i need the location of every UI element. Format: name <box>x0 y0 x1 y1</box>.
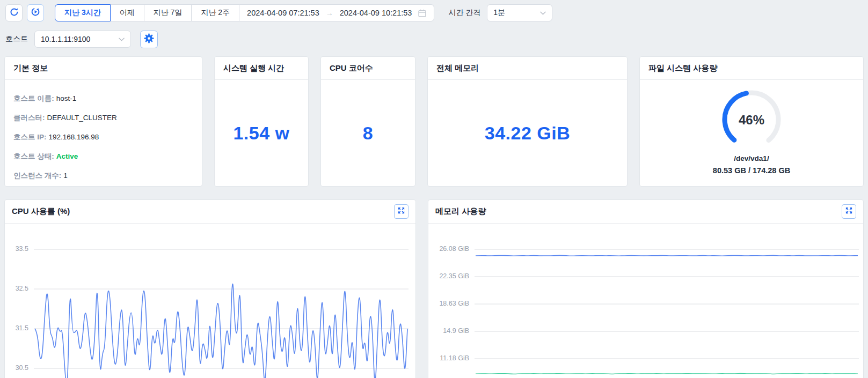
calendar-icon <box>418 9 426 17</box>
y-tick-label: 26.08 GiB <box>439 245 469 253</box>
y-tick-label: 18.63 GiB <box>439 300 469 307</box>
chevron-down-icon <box>540 11 546 15</box>
dashboard-page: 지난 3시간 어제 지난 7일 지난 2주 2024-04-09 07:21:5… <box>0 0 868 378</box>
gear-icon <box>144 33 154 46</box>
y-tick-label: 31.5 <box>16 324 28 332</box>
auto-refresh-play-icon <box>31 7 40 19</box>
info-value: DEFAULT_CLUSTER <box>47 114 117 122</box>
memory-usage-panel: 메모리 사용량 26.08 GiB22.35 GiB18.63 GiB14.9 … <box>428 199 864 378</box>
uptime-value: 1.54 w <box>233 123 289 144</box>
y-tick-label: 33.5 <box>16 245 28 253</box>
cpu-cores-card: CPU 코어수 8 <box>320 56 415 187</box>
interval-select-value: 1분 <box>493 8 505 18</box>
total-memory-title: 전체 메모리 <box>428 57 627 80</box>
info-value: 192.168.196.98 <box>49 133 99 141</box>
y-tick-label: 14.9 GiB <box>443 327 469 335</box>
info-row-host-status: 호스트 상태:Active <box>13 152 193 161</box>
info-label: 클러스터: <box>13 114 45 122</box>
time-range-last-2w[interactable]: 지난 2주 <box>191 4 239 21</box>
chevron-down-icon <box>119 38 125 41</box>
cpu-expand-button[interactable] <box>394 204 409 219</box>
basic-info-title: 기본 정보 <box>5 57 202 80</box>
memory-chart: 26.08 GiB22.35 GiB18.63 GiB14.9 GiB11.18… <box>428 234 863 378</box>
toolbar: 지난 3시간 어제 지난 7일 지난 2주 2024-04-09 07:21:5… <box>5 4 864 21</box>
cpu-chart-svg <box>34 234 409 378</box>
date-range-picker[interactable]: 2024-04-09 07:21:53 → 2024-04-09 10:21:5… <box>239 4 434 21</box>
status-badge: Active <box>56 152 78 160</box>
filesystem-gauge: 46% <box>719 89 784 151</box>
host-toolbar: 호스트 10.1.1.11:9100 <box>5 31 864 48</box>
memory-panel-title: 메모리 사용량 <box>435 206 486 217</box>
info-row-host-name: 호스트 이름:host-1 <box>13 94 193 103</box>
date-range-end[interactable]: 2024-04-09 10:21:53 <box>340 9 412 17</box>
cpu-cores-title: CPU 코어수 <box>321 57 415 80</box>
basic-info-card: 기본 정보 호스트 이름:host-1 클러스터:DEFAULT_CLUSTER… <box>4 56 202 187</box>
filesystem-percent: 46% <box>719 89 784 151</box>
time-range-group: 지난 3시간 어제 지난 7일 지난 2주 2024-04-09 07:21:5… <box>55 4 434 21</box>
refresh-button[interactable] <box>5 4 23 21</box>
refresh-icon <box>10 8 19 19</box>
uptime-title: 시스템 실행 시간 <box>215 57 308 80</box>
filesystem-title: 파일 시스템 사용량 <box>640 57 863 80</box>
charts-row: CPU 사용률 (%) 33.532.531.530.5 <box>4 199 864 378</box>
interval-label: 시간 간격 <box>448 8 480 18</box>
filesystem-card: 파일 시스템 사용량 46% /dev/vda1/ 80.53 GB / 174… <box>639 56 864 187</box>
filesystem-body: 46% /dev/vda1/ 80.53 GB / 174.28 GB <box>640 80 863 186</box>
cpu-y-axis-labels: 33.532.531.530.5 <box>5 234 34 378</box>
info-label: 호스트 IP: <box>13 133 47 141</box>
cpu-usage-panel: CPU 사용률 (%) 33.532.531.530.5 <box>4 199 416 378</box>
info-value: 1 <box>63 172 68 180</box>
filesystem-usage: 80.53 GB / 174.28 GB <box>713 166 790 175</box>
summary-cards-row: 기본 정보 호스트 이름:host-1 클러스터:DEFAULT_CLUSTER… <box>4 56 864 187</box>
host-select-value: 10.1.1.11:9100 <box>41 35 90 43</box>
total-memory-card: 전체 메모리 34.22 GiB <box>427 56 628 187</box>
cpu-panel-title: CPU 사용률 (%) <box>12 206 70 217</box>
memory-expand-button[interactable] <box>842 204 856 219</box>
info-value: host-1 <box>56 94 77 102</box>
filesystem-mount: /dev/vda1/ <box>734 154 769 162</box>
y-tick-label: 32.5 <box>16 285 28 292</box>
info-label: 인스턴스 개수: <box>13 172 61 180</box>
y-tick-label: 11.18 GiB <box>440 354 469 362</box>
interval-select[interactable]: 1분 <box>487 4 552 21</box>
cpu-chart: 33.532.531.530.5 <box>5 234 415 378</box>
total-memory-value: 34.22 GiB <box>485 123 570 144</box>
uptime-card: 시스템 실행 시간 1.54 w <box>214 56 309 187</box>
date-range-arrow-icon: → <box>326 9 333 17</box>
info-row-host-ip: 호스트 IP:192.168.196.98 <box>13 132 193 142</box>
time-range-last-7d[interactable]: 지난 7일 <box>144 4 192 21</box>
memory-y-axis-labels: 26.08 GiB22.35 GiB18.63 GiB14.9 GiB11.18… <box>428 234 475 378</box>
date-range-start[interactable]: 2024-04-09 07:21:53 <box>247 9 319 17</box>
y-tick-label: 22.35 GiB <box>439 272 469 280</box>
auto-refresh-button[interactable] <box>27 4 44 21</box>
time-range-yesterday[interactable]: 어제 <box>110 4 144 21</box>
memory-chart-svg <box>475 234 859 378</box>
host-select[interactable]: 10.1.1.11:9100 <box>34 31 131 48</box>
info-label: 호스트 이름: <box>13 94 54 102</box>
expand-icon <box>397 206 405 217</box>
info-row-cluster: 클러스터:DEFAULT_CLUSTER <box>13 113 193 123</box>
info-row-instance-count: 인스턴스 개수:1 <box>13 171 193 181</box>
info-label: 호스트 상태: <box>13 152 54 160</box>
expand-icon <box>845 206 853 217</box>
cpu-cores-value: 8 <box>363 123 373 144</box>
host-label: 호스트 <box>5 34 28 44</box>
time-range-last-3h[interactable]: 지난 3시간 <box>55 4 111 21</box>
interval-control: 시간 간격 1분 <box>448 4 552 21</box>
y-tick-label: 30.5 <box>16 364 28 372</box>
host-settings-button[interactable] <box>140 31 158 48</box>
basic-info-body: 호스트 이름:host-1 클러스터:DEFAULT_CLUSTER 호스트 I… <box>5 80 202 185</box>
